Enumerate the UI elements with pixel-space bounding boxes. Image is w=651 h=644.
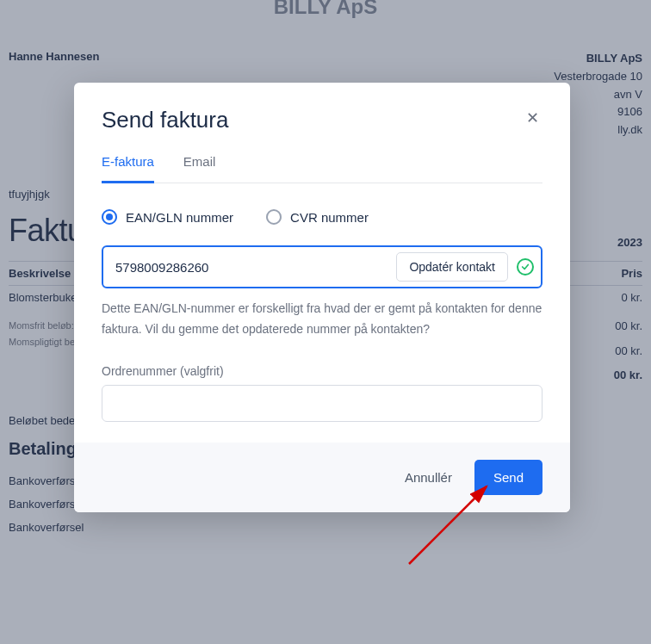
radio-unselected-icon — [266, 209, 282, 225]
radio-cvr[interactable]: CVR nummer — [266, 209, 369, 225]
radio-cvr-label: CVR nummer — [290, 210, 369, 225]
order-number-label: Ordrenummer (valgfrit) — [102, 364, 542, 378]
cancel-button[interactable]: Annullér — [398, 461, 459, 493]
tab-email[interactable]: Email — [183, 154, 216, 183]
close-icon: ✕ — [526, 109, 539, 127]
send-button[interactable]: Send — [474, 460, 542, 495]
order-number-input[interactable] — [102, 385, 542, 422]
tab-efaktura[interactable]: E-faktura — [102, 154, 154, 183]
ean-input[interactable] — [115, 260, 388, 275]
check-circle-icon — [517, 258, 534, 276]
ean-input-group: Opdatér kontakt — [102, 245, 542, 288]
close-button[interactable]: ✕ — [523, 107, 542, 129]
radio-ean-gln[interactable]: EAN/GLN nummer — [102, 209, 233, 225]
tab-list: E-faktura Email — [102, 154, 542, 183]
send-invoice-modal: Send faktura ✕ E-faktura Email EAN/GLN n… — [74, 83, 570, 512]
update-contact-button[interactable]: Opdatér kontakt — [396, 252, 508, 282]
radio-selected-icon — [102, 209, 117, 225]
modal-title: Send faktura — [102, 107, 228, 133]
radio-ean-label: EAN/GLN nummer — [126, 210, 233, 225]
help-text: Dette EAN/GLN-nummer er forskelligt fra … — [102, 299, 542, 340]
